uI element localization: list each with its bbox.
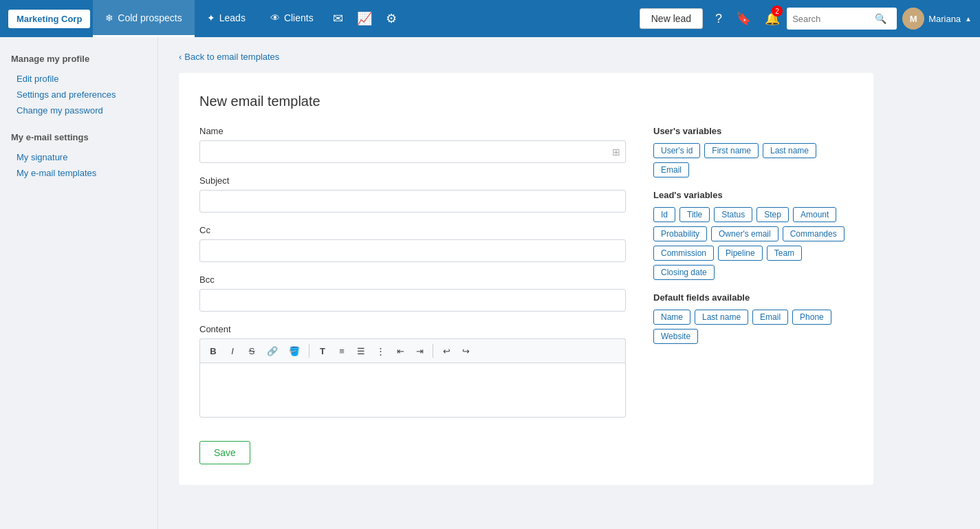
nav-tab-cold-prospects[interactable]: ❄ Cold prospects	[93, 0, 194, 37]
variables-panel: User's variables User's idFirst nameLast…	[653, 126, 853, 464]
leads-icon: ✦	[207, 12, 215, 23]
users-variables-title: User's variables	[653, 126, 853, 136]
sidebar-section-email-title: My e-mail settings	[11, 132, 146, 142]
search-icon: 🔍	[875, 13, 886, 24]
cc-input[interactable]	[199, 239, 626, 262]
outdent-button[interactable]: ⇤	[391, 342, 409, 360]
subject-input[interactable]	[199, 190, 626, 213]
variable-tag[interactable]: Last name	[695, 310, 748, 325]
name-input-wrap: ⊞	[199, 140, 626, 163]
new-lead-button[interactable]: New lead	[640, 8, 703, 29]
nav-tab-leads[interactable]: ✦ Leads	[195, 0, 258, 37]
save-button[interactable]: Save	[199, 441, 250, 464]
variable-tag[interactable]: Step	[756, 207, 789, 222]
clients-icon: 👁	[270, 12, 280, 23]
back-chevron-icon: ‹	[179, 52, 182, 62]
cold-prospects-icon: ❄	[105, 12, 113, 23]
sidebar-item-change-password[interactable]: Change my password	[11, 102, 146, 118]
search-box[interactable]: 🔍	[787, 8, 897, 30]
leads-variables-group: Lead's variables IdTitleStatusStepAmount…	[653, 190, 853, 280]
variable-tag[interactable]: Title	[679, 207, 710, 222]
form-card: New email template Name ⊞ Subject	[179, 73, 873, 485]
email-nav-icon[interactable]: ✉	[326, 0, 350, 37]
cc-label: Cc	[199, 225, 626, 235]
help-icon[interactable]: ?	[708, 0, 729, 37]
variable-tag[interactable]: Amount	[793, 207, 836, 222]
leads-variable-tags: IdTitleStatusStepAmountProbabilityOwner'…	[653, 207, 853, 280]
back-link-label: Back to email templates	[184, 52, 279, 62]
variable-tag[interactable]: Id	[653, 207, 675, 222]
variable-tag[interactable]: User's id	[653, 143, 700, 158]
back-link[interactable]: ‹ Back to email templates	[179, 52, 279, 62]
content-field-group: Content B I S 🔗 🪣 T ≡ ☰ ⋮ ⇤	[199, 324, 626, 418]
settings-nav-icon[interactable]: ⚙	[379, 0, 404, 37]
italic-button[interactable]: I	[224, 342, 241, 360]
defaults-variable-tags: NameLast nameEmailPhoneWebsite	[653, 310, 853, 344]
variable-tag[interactable]: Commission	[653, 246, 714, 261]
form-body: Name ⊞ Subject Cc	[199, 126, 853, 464]
insert-variable-icon[interactable]: ⊞	[612, 147, 620, 158]
bcc-label: Bcc	[199, 274, 626, 285]
main-content: ‹ Back to email templates New email temp…	[158, 37, 980, 529]
sidebar-item-my-signature[interactable]: My signature	[11, 149, 146, 165]
variable-tag[interactable]: Team	[767, 246, 802, 261]
leads-variables-title: Lead's variables	[653, 190, 853, 200]
notifications-icon[interactable]: 🔔 2	[758, 0, 787, 37]
content-editor[interactable]	[199, 363, 626, 418]
variable-tag[interactable]: Closing date	[653, 265, 715, 280]
variable-tag[interactable]: Owner's email	[711, 226, 778, 241]
users-variables-group: User's variables User's idFirst nameLast…	[653, 126, 853, 177]
bold-button[interactable]: B	[204, 342, 222, 360]
sidebar: Manage my profile Edit profile Settings …	[0, 37, 158, 529]
topnav: Marketing Corp ❄ Cold prospects ✦ Leads …	[0, 0, 980, 37]
variable-tag[interactable]: Status	[714, 207, 752, 222]
link-button[interactable]: 🔗	[262, 342, 283, 360]
users-variable-tags: User's idFirst nameLast nameEmail	[653, 143, 853, 177]
analytics-nav-icon[interactable]: 📈	[350, 0, 379, 37]
form-fields: Name ⊞ Subject Cc	[199, 126, 626, 464]
sidebar-item-edit-profile[interactable]: Edit profile	[11, 71, 146, 87]
cc-field-group: Cc	[199, 225, 626, 262]
toolbar-divider-2	[433, 344, 433, 358]
sidebar-section-profile: Manage my profile Edit profile Settings …	[11, 54, 146, 118]
variable-tag[interactable]: Pipeline	[718, 246, 763, 261]
bcc-input[interactable]	[199, 289, 626, 312]
brand-logo: Marketing Corp	[8, 10, 90, 28]
variable-tag[interactable]: Commandes	[783, 226, 845, 241]
align-button[interactable]: ≡	[333, 342, 351, 360]
content-label: Content	[199, 324, 626, 334]
sidebar-item-email-templates[interactable]: My e-mail templates	[11, 165, 146, 181]
redo-button[interactable]: ↪	[457, 342, 475, 360]
nav-tab-clients[interactable]: 👁 Clients	[258, 0, 326, 37]
user-menu-chevron: ▲	[965, 15, 972, 23]
variable-tag[interactable]: Probability	[653, 226, 707, 241]
unordered-list-button[interactable]: ☰	[352, 342, 370, 360]
avatar: M	[902, 8, 924, 30]
ordered-list-button[interactable]: ⋮	[371, 342, 390, 360]
name-input[interactable]	[199, 140, 626, 163]
sidebar-item-settings[interactable]: Settings and preferences	[11, 87, 146, 102]
subject-field-group: Subject	[199, 175, 626, 213]
sidebar-section-profile-title: Manage my profile	[11, 54, 146, 64]
variable-tag[interactable]: Phone	[792, 310, 831, 325]
toolbar-divider-1	[309, 344, 309, 358]
user-menu[interactable]: Mariana	[928, 14, 961, 24]
sidebar-section-email: My e-mail settings My signature My e-mai…	[11, 132, 146, 181]
defaults-variables-title: Default fields available	[653, 292, 853, 303]
variable-tag[interactable]: Email	[653, 162, 689, 177]
variable-tag[interactable]: Last name	[763, 143, 816, 158]
search-input[interactable]	[792, 14, 875, 24]
variable-tag[interactable]: Website	[653, 329, 698, 344]
variable-tag[interactable]: Name	[653, 310, 690, 325]
variable-tag[interactable]: First name	[704, 143, 759, 158]
nav-tab-label-leads: Leads	[219, 12, 246, 23]
heading-button[interactable]: T	[314, 342, 331, 360]
strikethrough-button[interactable]: S	[243, 342, 261, 360]
undo-button[interactable]: ↩	[437, 342, 455, 360]
indent-button[interactable]: ⇥	[411, 342, 428, 360]
defaults-variables-group: Default fields available NameLast nameEm…	[653, 292, 853, 344]
bookmark-icon[interactable]: 🔖	[729, 0, 758, 37]
format-clear-button[interactable]: 🪣	[284, 342, 305, 360]
name-field-group: Name ⊞	[199, 126, 626, 163]
variable-tag[interactable]: Email	[752, 310, 788, 325]
